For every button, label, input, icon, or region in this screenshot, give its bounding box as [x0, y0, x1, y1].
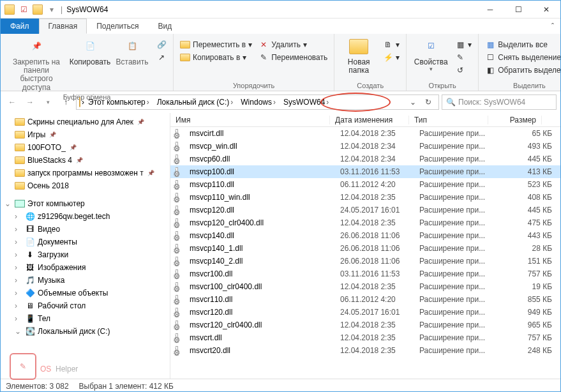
select-invert-button[interactable]: ◧Обратить выделение [484, 64, 561, 76]
file-row[interactable]: msvcrt.dll12.04.2018 2:35Расширение при.… [170, 331, 560, 344]
move-to-button[interactable]: Переместить в ▾ [179, 39, 253, 50]
select-none-button[interactable]: ☐Снять выделение [484, 52, 561, 63]
tree-item[interactable]: 100FOTO_ [1, 141, 170, 154]
file-row[interactable]: msvcp100.dll03.11.2016 11:53Расширение п… [170, 165, 560, 178]
tree-item[interactable]: ›🖥Рабочий стол [1, 299, 170, 312]
addr-dropdown-button[interactable]: ⌄ [405, 98, 421, 107]
crumb-windows[interactable]: Windows› [238, 98, 280, 107]
file-row[interactable]: msvcp140.dll26.06.2018 11:06Расширение п… [170, 229, 560, 242]
open-button[interactable]: ▦▾ [454, 39, 473, 50]
qat-folder-icon[interactable] [33, 4, 43, 15]
file-row[interactable]: msvcp60.dll12.04.2018 2:34Расширение при… [170, 153, 560, 165]
ribbon-collapse-icon[interactable]: ˆ [545, 20, 560, 34]
new-item-button[interactable]: 🗎▾ [382, 39, 401, 50]
delete-button[interactable]: ✕Удалить ▾ [257, 39, 329, 50]
expand-icon[interactable]: › [15, 237, 22, 246]
file-size: 523 КБ [498, 180, 552, 189]
expand-icon[interactable]: › [15, 212, 22, 221]
folder-icon [15, 130, 25, 140]
edit-button[interactable]: ✎ [454, 52, 473, 63]
expand-icon[interactable]: › [15, 301, 22, 310]
tab-view[interactable]: Вид [148, 19, 181, 34]
nav-recent-button[interactable]: ▾ [40, 94, 56, 110]
new-folder-button[interactable]: Новая папка [340, 36, 378, 75]
col-date[interactable]: Дата изменения [330, 116, 409, 124]
file-row[interactable]: msvcr100_clr0400.dll12.04.2018 2:35Расши… [170, 280, 560, 293]
tree-item[interactable]: ›🎞Видео [1, 223, 170, 236]
file-row[interactable]: msvcr120.dll24.05.2017 16:01Расширение п… [170, 306, 560, 319]
expand-icon[interactable]: ⌄ [4, 199, 12, 208]
properties-button[interactable]: ☑ Свойства ▾ [412, 36, 450, 73]
file-row[interactable]: msvcirt.dll12.04.2018 2:35Расширение при… [170, 127, 560, 140]
crumb-localdisk[interactable]: Локальный диск (C:)› [154, 98, 237, 107]
qat-dropdown-icon[interactable]: ▾ [47, 4, 57, 15]
tree-item[interactable]: Скрины специально для Алек [1, 116, 170, 128]
address-bar[interactable]: › Этот компьютер› Локальный диск (C:)› W… [76, 94, 439, 110]
minimize-button[interactable]: ─ [476, 1, 504, 19]
tree-item[interactable]: ›📱Тел [1, 312, 170, 325]
expand-icon[interactable]: › [15, 225, 22, 234]
nav-up-button[interactable]: ↑ [58, 94, 73, 110]
expand-icon[interactable]: › [15, 276, 22, 285]
file-row[interactable]: msvcp110.dll06.11.2012 4:20Расширение пр… [170, 178, 560, 191]
tree-thispc[interactable]: ⌄Этот компьютер [1, 197, 170, 210]
expand-icon[interactable]: ⌄ [15, 327, 22, 336]
file-row[interactable]: msvcr100.dll03.11.2016 11:53Расширение п… [170, 268, 560, 280]
chevron-icon[interactable]: › [82, 98, 84, 107]
tree-item[interactable]: ›📄Документы [1, 236, 170, 248]
tree-item[interactable]: ›⬇Загрузки [1, 248, 170, 261]
maximize-button[interactable]: ☐ [504, 1, 532, 19]
crumb-syswow64[interactable]: SysWOW64› [281, 98, 333, 107]
file-row[interactable]: msvcp140_2.dll26.06.2018 11:06Расширение… [170, 255, 560, 268]
tab-home[interactable]: Главная [39, 19, 87, 34]
file-row[interactable]: msvcr120_clr0400.dll12.04.2018 2:35Расши… [170, 319, 560, 331]
copy-path-button[interactable]: 🔗 [155, 39, 168, 50]
tree-item[interactable]: BlueStacks 4 [1, 154, 170, 167]
paste-button[interactable]: 📋 Вставить [113, 36, 151, 66]
col-size[interactable]: Размер [488, 116, 542, 124]
easy-access-button[interactable]: ⚡▾ [382, 52, 401, 63]
file-icon [176, 345, 186, 356]
expand-icon[interactable]: › [15, 263, 22, 272]
tree-item[interactable]: ›🎵Музыка [1, 274, 170, 287]
file-row[interactable]: msvcp110_win.dll12.04.2018 2:35Расширени… [170, 191, 560, 204]
file-row[interactable]: msvcp140_1.dll26.06.2018 11:06Расширение… [170, 242, 560, 255]
file-row[interactable]: msvcp_win.dll12.04.2018 2:34Расширение п… [170, 140, 560, 153]
expand-icon[interactable]: › [15, 250, 22, 259]
tree-item[interactable]: ›🌐z91296qw.beget.tech [1, 210, 170, 223]
nav-back-button[interactable]: ← [4, 94, 20, 110]
copy-to-button[interactable]: Копировать в ▾ [179, 52, 253, 63]
search-input[interactable]: 🔍 Поиск: SysWOW64 [442, 94, 557, 110]
file-row[interactable]: msvcp120.dll24.05.2017 16:01Расширение п… [170, 204, 560, 216]
paste-shortcut-button[interactable]: ↗ [155, 52, 168, 63]
tree-item[interactable]: ›🔷Объемные объекты [1, 287, 170, 299]
file-header[interactable]: Имя Дата изменения Тип Размер [170, 113, 560, 127]
tab-file[interactable]: Файл [1, 19, 39, 34]
expand-icon[interactable]: › [15, 289, 22, 298]
expand-icon[interactable]: › [15, 314, 22, 323]
select-all-button[interactable]: ▦Выделить все [484, 39, 561, 50]
tab-share[interactable]: Поделиться [87, 19, 148, 34]
file-size: 949 КБ [498, 308, 552, 317]
file-row[interactable]: msvcr110.dll06.11.2012 4:20Расширение пр… [170, 293, 560, 306]
history-button[interactable]: ↺ [454, 64, 473, 76]
rename-button[interactable]: ✎Переименовать [257, 52, 329, 63]
nav-forward-button[interactable]: → [22, 94, 38, 110]
close-button[interactable]: ✕ [532, 1, 560, 19]
copy-button[interactable]: 📄 Копировать [71, 36, 109, 66]
qat-checkbox-icon[interactable]: ☑ [19, 4, 29, 15]
tree-item[interactable]: ›🖼Изображения [1, 261, 170, 274]
nav-tree[interactable]: Скрины специально для АлекИгры100FOTO_Bl… [1, 113, 170, 379]
file-row[interactable]: msvcp120_clr0400.dll12.04.2018 2:35Расши… [170, 216, 560, 229]
tree-localdisk[interactable]: ⌄💽Локальный диск (C:) [1, 325, 170, 338]
col-name[interactable]: Имя [170, 116, 330, 124]
col-type[interactable]: Тип [409, 116, 488, 124]
tree-item[interactable]: Осень 2018 [1, 179, 170, 192]
file-row[interactable]: msvcrt20.dll12.04.2018 2:35Расширение пр… [170, 344, 560, 357]
addr-refresh-button[interactable]: ↻ [421, 98, 436, 107]
pin-quickaccess-button[interactable]: 📌 Закрепить на панели быстрого доступа [6, 36, 67, 92]
crumb-thispc[interactable]: Этот компьютер› [86, 98, 153, 107]
tree-item[interactable]: Игры [1, 128, 170, 141]
file-list[interactable]: msvcirt.dll12.04.2018 2:35Расширение при… [170, 127, 560, 379]
tree-item[interactable]: запуск программы невозможен т [1, 167, 170, 179]
